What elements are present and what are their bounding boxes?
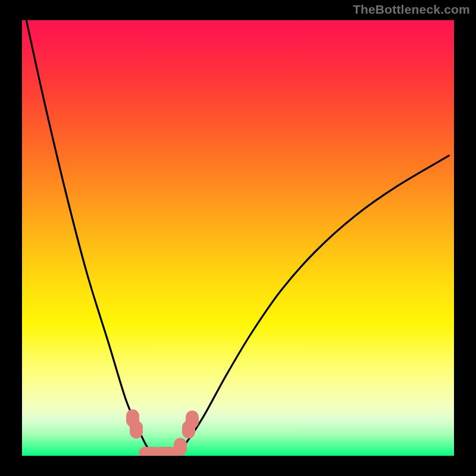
plot-area (22, 20, 454, 456)
curve-marker (130, 421, 143, 439)
curve-layer (22, 20, 454, 456)
bottleneck-curve (26, 20, 449, 456)
curve-marker (186, 411, 199, 428)
curve-marker (174, 438, 187, 456)
chart-frame: TheBottleneck.com (0, 0, 476, 476)
attribution-label: TheBottleneck.com (353, 2, 470, 17)
